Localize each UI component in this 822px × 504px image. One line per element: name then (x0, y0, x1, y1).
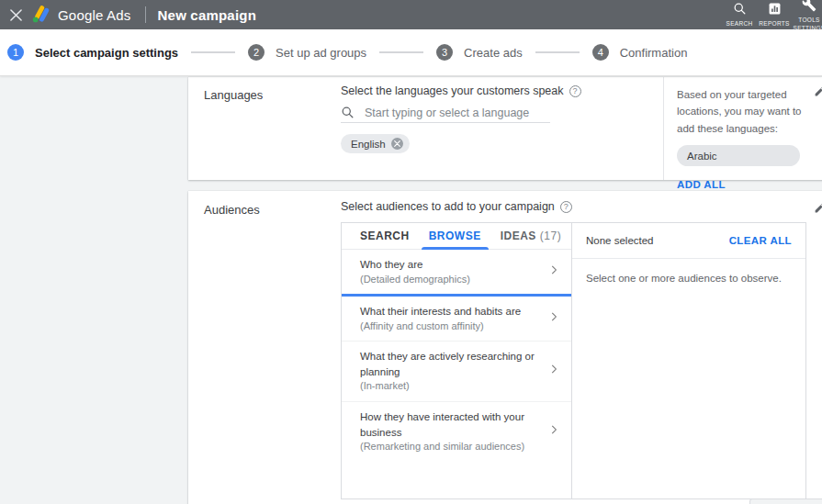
audience-category-who-they-are[interactable]: Who they are (Detailed demographics) (342, 250, 571, 294)
audiences-card: Audiences Select audiences to add to you… (188, 191, 822, 504)
audience-tabs: SEARCH BROWSE IDEAS (17) (342, 223, 571, 250)
brand-name: Google Ads (58, 7, 131, 23)
language-search-field[interactable] (341, 103, 550, 123)
audience-picker: SEARCH BROWSE IDEAS (17) Who they are (D… (341, 222, 806, 499)
chevron-right-icon (547, 263, 560, 280)
search-nav-button[interactable]: SEARCH (722, 0, 757, 29)
languages-card: Languages Select the languages your cust… (188, 77, 822, 180)
step-confirmation[interactable]: 4 Confirmation (592, 44, 688, 61)
audiences-prompt: Select audiences to add to your campaign (341, 200, 555, 213)
selection-empty-text: Select one or more audiences to observe. (572, 259, 805, 297)
search-icon (733, 2, 747, 19)
suggestion-text: Based on your targeted locations, you ma… (677, 86, 816, 137)
tab-ideas-count: (17) (540, 230, 561, 242)
step-label: Confirmation (620, 46, 688, 60)
topbar-divider (145, 6, 146, 23)
audience-selection-pane: None selected CLEAR ALL Select one or mo… (572, 223, 805, 498)
tab-browse[interactable]: BROWSE (429, 223, 481, 249)
languages-section-label: Languages (204, 88, 263, 102)
reports-icon (768, 2, 782, 19)
step-select-campaign-settings[interactable]: 1 Select campaign settings (7, 44, 178, 61)
audience-category-subtitle: (Remarketing and similar audiences) (360, 440, 544, 454)
search-icon (341, 106, 355, 119)
search-nav-label: SEARCH (726, 20, 753, 28)
campaign-stepper: 1 Select campaign settings 2 Set up ad g… (0, 29, 822, 76)
bottom-right-panel-cutoff (749, 498, 822, 504)
selection-status: None selected (586, 235, 654, 246)
google-ads-logo-icon (31, 5, 51, 25)
tab-search[interactable]: SEARCH (360, 223, 410, 249)
close-icon[interactable] (0, 0, 31, 29)
step-connector (379, 51, 423, 53)
step-connector (535, 51, 580, 53)
audience-category-title: What their interests and habits are (360, 304, 544, 319)
chevron-right-icon (547, 363, 560, 379)
audience-category-title: How they have interacted with your busin… (360, 409, 544, 440)
chevron-right-icon (547, 423, 560, 440)
selected-language-chip[interactable]: English (341, 134, 410, 153)
suggested-language-chip[interactable]: Arabic (677, 145, 800, 166)
chevron-right-icon (547, 310, 560, 327)
language-search-input[interactable] (365, 106, 535, 119)
selected-language-chip-label: English (351, 139, 386, 150)
step-label: Create ads (464, 46, 523, 60)
audience-category-title: Who they are (360, 257, 544, 273)
tab-ideas[interactable]: IDEAS (17) (501, 223, 562, 249)
audience-category-interests-habits[interactable]: What their interests and habits are (Aff… (342, 297, 571, 341)
step-number: 4 (592, 44, 609, 61)
clear-all-button[interactable]: CLEAR ALL (729, 235, 792, 246)
languages-prompt: Select the languages your customers spea… (341, 84, 564, 97)
audience-category-in-market[interactable]: What they are actively researching or pl… (342, 341, 571, 401)
edit-pencil-icon[interactable] (814, 84, 822, 101)
audience-category-remarketing[interactable]: How they have interacted with your busin… (342, 401, 571, 462)
audiences-section-label: Audiences (204, 203, 260, 217)
step-set-up-ad-groups[interactable]: 2 Set up ad groups (248, 44, 366, 61)
step-label: Set up ad groups (276, 46, 366, 60)
step-number: 1 (7, 44, 24, 61)
edit-pencil-icon[interactable] (814, 201, 822, 218)
wrench-icon (802, 0, 816, 16)
audience-category-subtitle: (In-market) (360, 379, 544, 393)
language-suggestions-panel: Based on your targeted locations, you ma… (677, 86, 816, 192)
audience-category-subtitle: (Affinity and custom affinity) (360, 319, 544, 333)
help-icon[interactable]: ? (569, 85, 581, 97)
panel-divider (663, 77, 664, 180)
step-number: 2 (248, 44, 265, 61)
step-number: 3 (436, 44, 453, 61)
audience-category-title: What they are actively researching or pl… (360, 349, 544, 379)
audience-browser-pane: SEARCH BROWSE IDEAS (17) Who they are (D… (342, 223, 572, 498)
step-connector (191, 51, 235, 53)
audience-category-subtitle: (Detailed demographics) (360, 273, 544, 286)
reports-nav-label: REPORTS (759, 20, 789, 28)
top-app-bar: Google Ads New campaign SEARCH REPORTS T… (0, 0, 822, 29)
reports-nav-button[interactable]: REPORTS (757, 0, 792, 29)
chip-remove-icon[interactable] (391, 138, 403, 150)
tools-settings-nav-button[interactable]: TOOLS SETTINGS (792, 0, 822, 29)
step-create-ads[interactable]: 3 Create ads (436, 44, 523, 61)
add-all-button[interactable]: ADD ALL (677, 179, 726, 190)
page-title: New campaign (158, 7, 256, 23)
step-label: Select campaign settings (35, 46, 178, 60)
topbar-actions: SEARCH REPORTS TOOLS SETTINGS (722, 0, 822, 29)
help-icon[interactable]: ? (560, 201, 572, 213)
